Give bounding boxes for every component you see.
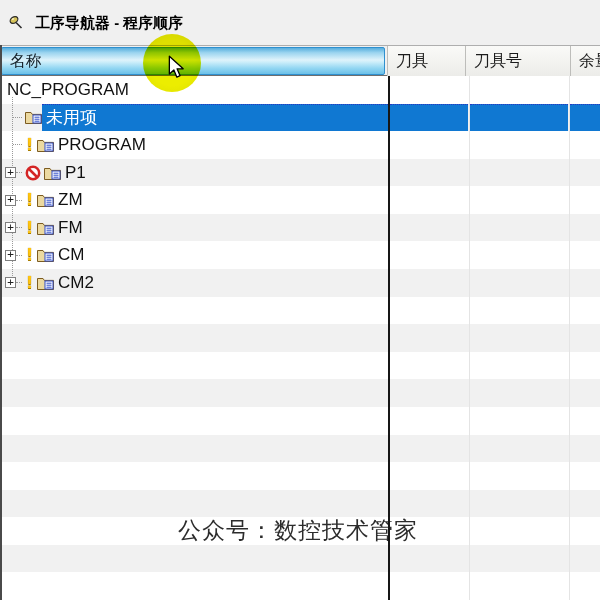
tree-row-program[interactable]: !PROGRAM [0, 131, 600, 159]
cell-tool-number [470, 297, 568, 325]
cell-name [0, 572, 388, 600]
tree-item-label[interactable]: P1 [61, 163, 90, 183]
tree-row-nc_program[interactable]: NC_PROGRAM [0, 76, 600, 104]
tree-row-p1[interactable]: +P1 [0, 159, 600, 187]
column-header-tool[interactable]: 刀具 [387, 46, 465, 76]
tree-item-label[interactable]: CM2 [54, 273, 98, 293]
cell-tool-number [470, 104, 568, 132]
program-folder-icon [25, 110, 42, 124]
pin-icon[interactable] [8, 14, 24, 34]
cell-tool [390, 572, 468, 600]
cell-tool [390, 186, 468, 214]
tree-item-label[interactable]: CM [54, 245, 88, 265]
warning-glyph: ! [24, 192, 35, 208]
program-folder-icon [37, 221, 54, 235]
tree-item-label[interactable]: NC_PROGRAM [0, 80, 133, 100]
cell-tool [390, 131, 468, 159]
cell-stock [570, 572, 600, 600]
warning-icon: ! [25, 192, 34, 208]
cell-stock [570, 159, 600, 187]
tree-row-zm[interactable]: +!ZM [0, 186, 600, 214]
program-folder-icon [37, 193, 54, 207]
column-header-row: 名称 刀具 刀具号 余量 [0, 45, 600, 76]
empty-row [0, 545, 600, 573]
cell-tool [390, 352, 468, 380]
empty-row [0, 297, 600, 325]
tree-item-label[interactable]: FM [54, 218, 87, 238]
forbidden-icon [25, 165, 41, 181]
tree-item-label[interactable]: PROGRAM [54, 135, 150, 155]
tree-connector [16, 282, 22, 283]
cell-stock [570, 517, 600, 545]
column-separator [569, 76, 570, 600]
empty-row [0, 462, 600, 490]
column-header-tool-number[interactable]: 刀具号 [465, 46, 570, 76]
cell-stock [570, 379, 600, 407]
cell-tool [390, 269, 468, 297]
cell-name [0, 297, 388, 325]
cell-tool-number [470, 159, 568, 187]
cell-name [0, 324, 388, 352]
cell-name [0, 462, 388, 490]
cell-tool-number [470, 269, 568, 297]
cell-name: +!CM2 [0, 269, 388, 297]
warning-icon: ! [25, 137, 34, 153]
cell-tool-number [470, 76, 568, 104]
expand-toggle[interactable]: + [5, 277, 16, 288]
cell-tool [390, 159, 468, 187]
cell-name: !PROGRAM [0, 131, 388, 159]
tree-row-cm[interactable]: +!CM [0, 241, 600, 269]
expand-toggle[interactable]: + [5, 250, 16, 261]
column-header-stock[interactable]: 余量 [570, 46, 600, 76]
cell-tool [390, 104, 468, 132]
panel-left-border [0, 45, 2, 600]
tree-connector [16, 200, 22, 201]
cell-tool [390, 407, 468, 435]
cell-tool [390, 324, 468, 352]
cell-tool-number [470, 572, 568, 600]
warning-glyph: ! [24, 247, 35, 263]
cell-stock [570, 352, 600, 380]
warning-icon: ! [25, 275, 34, 291]
empty-row [0, 352, 600, 380]
cell-stock [570, 269, 600, 297]
cell-stock [570, 131, 600, 159]
cell-tool [390, 241, 468, 269]
navigator-title: 工序导航器 - 程序顺序 [35, 10, 183, 36]
tree-row-cm2[interactable]: +!CM2 [0, 269, 600, 297]
warning-glyph: ! [24, 275, 35, 291]
expand-toggle[interactable]: + [5, 222, 16, 233]
cell-stock [570, 435, 600, 463]
cell-tool-number [470, 214, 568, 242]
tree-connector [13, 117, 22, 118]
navigator-titlebar: 工序导航器 - 程序顺序 [0, 10, 600, 36]
cell-tool [390, 545, 468, 573]
expand-toggle[interactable]: + [5, 195, 16, 206]
cell-stock [570, 545, 600, 573]
cell-tool [390, 297, 468, 325]
cell-stock [570, 324, 600, 352]
tree-row-fm[interactable]: +!FM [0, 214, 600, 242]
cell-tool-number [470, 517, 568, 545]
tree-connector [16, 172, 22, 173]
cell-name: 未用项 [0, 104, 388, 132]
tree-connector [16, 255, 22, 256]
cell-name [0, 435, 388, 463]
cell-name [0, 407, 388, 435]
cell-tool-number [470, 407, 568, 435]
cell-name [0, 490, 388, 518]
tree-connector [13, 144, 22, 145]
cell-tool [390, 435, 468, 463]
empty-row [0, 435, 600, 463]
cell-tool-number [470, 379, 568, 407]
watermark-text: 公众号：数控技术管家 [178, 515, 418, 546]
cell-stock [570, 407, 600, 435]
cell-tool-number [470, 435, 568, 463]
tree-item-label[interactable]: ZM [54, 190, 87, 210]
warning-icon: ! [25, 220, 34, 236]
tree-item-label[interactable]: 未用项 [42, 104, 388, 132]
cell-stock [570, 76, 600, 104]
expand-toggle[interactable]: + [5, 167, 16, 178]
tree-row-unused_items[interactable]: 未用项 [0, 104, 600, 132]
warning-glyph: ! [24, 220, 35, 236]
